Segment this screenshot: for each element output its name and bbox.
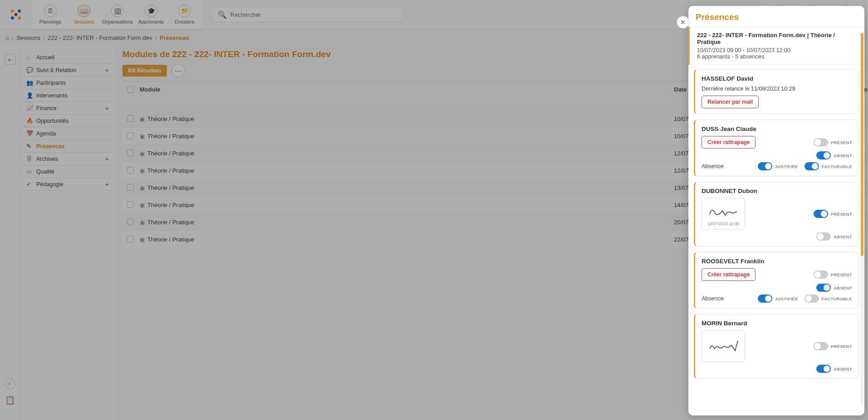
present-label: PRÉSENT: [831, 344, 852, 349]
close-panel-button[interactable]: ✕: [677, 16, 689, 29]
creer-rattrapage-button[interactable]: Créer rattrapage: [702, 268, 756, 281]
absence-label: Absence: [702, 163, 724, 169]
justifiee-toggle[interactable]: [758, 294, 772, 303]
person-name: ROOSEVELT Franklin: [702, 258, 852, 265]
presences-panel: ✕ Présences 222 - 222- INTER - Formation…: [688, 6, 864, 415]
facturable-toggle[interactable]: [805, 162, 819, 170]
facturable-label: FACTURABLE: [822, 164, 852, 169]
present-label: PRÉSENT: [831, 272, 852, 277]
person-name: DUBONNET Dubon: [702, 188, 852, 194]
person-card: DUBONNET Dubon 12/07/2023 10:49PRÉSENTAB…: [694, 182, 859, 246]
absent-label: ABSENT: [834, 367, 852, 372]
person-name: DUSS Jean Claude: [702, 126, 852, 132]
absent-label: ABSENT: [834, 285, 852, 290]
signature-time: 12/07/2023 10:49: [707, 222, 739, 226]
person-card: DUSS Jean ClaudeCréer rattrapagePRÉSENTA…: [694, 120, 859, 176]
panel-session-stats: 6 apprenants - 5 absences: [697, 53, 857, 60]
panel-session-title: 222 - 222- INTER - Formation Form.dev | …: [697, 32, 857, 45]
justifiee-toggle[interactable]: [758, 162, 772, 170]
signature-box: [702, 330, 745, 362]
absent-toggle[interactable]: [816, 365, 831, 373]
person-card: MORIN Bernard PRÉSENTABSENT: [694, 314, 859, 379]
last-reminder: Dernière relance le 11/08/2023 10:29: [702, 86, 852, 92]
facturable-label: FACTURABLE: [822, 296, 852, 301]
signature-box: 12/07/2023 10:49: [702, 198, 745, 230]
relancer-button[interactable]: Relancer par mail: [702, 96, 759, 108]
panel-body[interactable]: HASSELOF DavidDernière relance le 11/08/…: [688, 65, 864, 415]
person-name: HASSELOF David: [702, 75, 852, 82]
present-toggle[interactable]: [814, 342, 828, 350]
panel-session-time: 10/07/2023 09:00 - 10/07/2023 12:00: [697, 47, 857, 53]
panel-scrollbar[interactable]: [861, 33, 863, 405]
panel-title: Présences: [688, 6, 864, 27]
present-label: PRÉSENT: [831, 140, 852, 145]
person-card: HASSELOF DavidDernière relance le 11/08/…: [694, 69, 859, 114]
person-name: MORIN Bernard: [702, 320, 852, 327]
panel-header: 222 - 222- INTER - Formation Form.dev | …: [688, 27, 864, 65]
justifiee-label: JUSTIFIÉE: [775, 296, 798, 301]
absence-label: Absence: [702, 295, 724, 302]
absent-toggle[interactable]: [816, 151, 831, 159]
justifiee-label: JUSTIFIÉE: [775, 164, 798, 169]
facturable-toggle[interactable]: [805, 294, 819, 303]
absent-toggle[interactable]: [816, 232, 831, 241]
present-label: PRÉSENT: [831, 212, 852, 217]
absent-label: ABSENT: [834, 234, 852, 239]
absent-label: ABSENT: [834, 153, 852, 158]
creer-rattrapage-button[interactable]: Créer rattrapage: [702, 136, 756, 149]
present-toggle[interactable]: [814, 270, 828, 279]
present-toggle[interactable]: [814, 210, 828, 218]
person-card: ROOSEVELT FranklinCréer rattrapagePRÉSEN…: [694, 252, 859, 309]
present-toggle[interactable]: [814, 138, 828, 146]
absent-toggle[interactable]: [816, 284, 831, 292]
